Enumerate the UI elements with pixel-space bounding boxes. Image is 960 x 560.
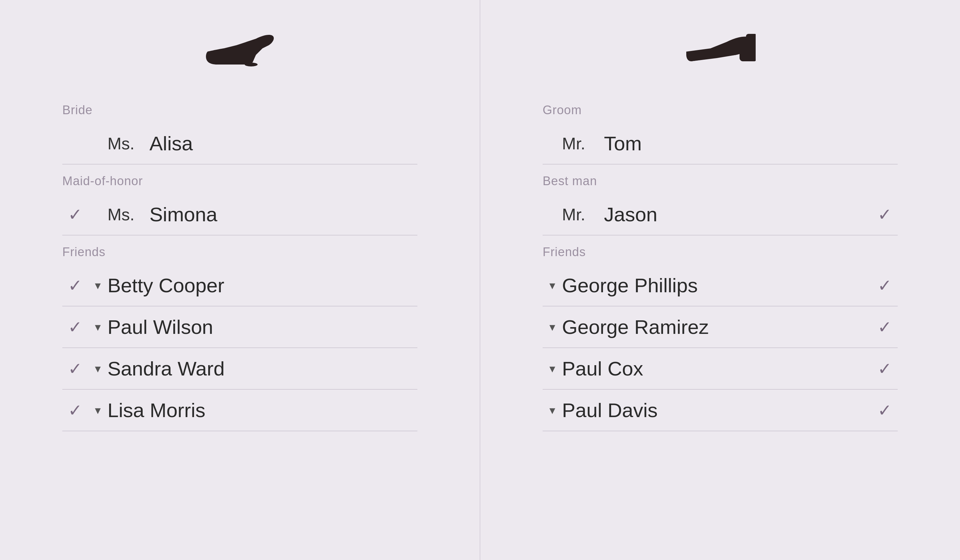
dress-shoe-icon (685, 19, 756, 71)
guest-row[interactable]: ✓▾Lisa Morris (62, 390, 418, 431)
check-icon: ✓ (878, 317, 892, 337)
bride-panel: BrideMs.Alisa Maid-of-honor✓Ms.Simona Fr… (0, 0, 480, 560)
guest-row[interactable]: Mr.Tom (542, 123, 898, 164)
dropdown-arrow[interactable]: ▾ (88, 404, 107, 417)
category-label: Maid-of-honor (62, 174, 418, 188)
guest-title: Mr. (562, 205, 597, 224)
guest-name: Paul Davis (562, 399, 862, 421)
check-right[interactable]: ✓ (872, 317, 898, 337)
guest-row[interactable]: Ms.Alisa (62, 123, 418, 164)
dropdown-arrow[interactable]: ▾ (88, 279, 107, 292)
guest-name: George Ramirez (562, 316, 862, 338)
guest-name: Simona (149, 203, 411, 226)
check-icon: ✓ (878, 276, 892, 295)
guest-row[interactable]: ✓▾Paul Wilson (62, 306, 418, 348)
dropdown-arrow[interactable]: ▾ (88, 362, 107, 375)
guest-name: Paul Wilson (107, 316, 411, 338)
dropdown-arrow[interactable]: ▾ (88, 320, 107, 334)
guest-row[interactable]: ✓▾Betty Cooper (62, 265, 418, 306)
guest-name: Tom (604, 132, 862, 155)
bride-guest-list: BrideMs.Alisa Maid-of-honor✓Ms.Simona Fr… (62, 94, 418, 431)
guest-name: Alisa (149, 132, 411, 155)
guest-title: Mr. (562, 134, 597, 153)
category-label: Groom (542, 103, 898, 117)
check-right[interactable]: ✓ (872, 205, 898, 224)
check-left[interactable]: ✓ (62, 400, 88, 420)
dropdown-arrow[interactable]: ▾ (542, 279, 562, 292)
check-left[interactable]: ✓ (62, 276, 88, 295)
dropdown-arrow[interactable]: ▾ (542, 404, 562, 417)
check-left[interactable]: ✓ (62, 205, 88, 224)
guest-name: Jason (604, 203, 862, 226)
guest-name: Lisa Morris (107, 399, 411, 421)
guest-title: Ms. (107, 134, 143, 153)
dropdown-arrow[interactable]: ▾ (542, 320, 562, 334)
category-label: Friends (62, 245, 418, 259)
category-label: Friends (542, 245, 898, 259)
svg-point-0 (245, 62, 258, 67)
guest-row[interactable]: ▾Paul Cox ✓ (542, 348, 898, 390)
guest-name: George Phillips (562, 274, 862, 297)
guest-title: Ms. (107, 205, 143, 224)
check-right[interactable]: ✓ (872, 276, 898, 295)
guest-row[interactable]: ▾George Phillips ✓ (542, 265, 898, 306)
dropdown-arrow[interactable]: ▾ (542, 362, 562, 375)
check-icon: ✓ (68, 400, 82, 420)
groom-panel: GroomMr.Tom Best manMr.Jason ✓Friends▾Ge… (480, 0, 960, 560)
check-icon: ✓ (68, 276, 82, 295)
high-heel-icon (204, 19, 275, 71)
guest-row[interactable]: ▾George Ramirez ✓ (542, 306, 898, 348)
check-icon: ✓ (878, 400, 892, 420)
guest-name: Betty Cooper (107, 274, 411, 297)
check-icon: ✓ (68, 205, 82, 224)
groom-guest-list: GroomMr.Tom Best manMr.Jason ✓Friends▾Ge… (542, 94, 898, 431)
check-icon: ✓ (68, 359, 82, 378)
category-label: Best man (542, 174, 898, 188)
guest-name: Paul Cox (562, 357, 862, 380)
guest-row[interactable]: ✓Ms.Simona (62, 194, 418, 236)
check-left[interactable]: ✓ (62, 359, 88, 378)
check-right[interactable]: ✓ (872, 400, 898, 420)
check-right[interactable]: ✓ (872, 359, 898, 378)
check-icon: ✓ (878, 359, 892, 378)
category-label: Bride (62, 103, 418, 117)
guest-row[interactable]: Mr.Jason ✓ (542, 194, 898, 236)
check-icon: ✓ (68, 317, 82, 337)
check-left[interactable]: ✓ (62, 317, 88, 337)
check-icon: ✓ (878, 205, 892, 224)
guest-row[interactable]: ▾Paul Davis ✓ (542, 390, 898, 431)
guest-name: Sandra Ward (107, 357, 411, 380)
guest-row[interactable]: ✓▾Sandra Ward (62, 348, 418, 390)
